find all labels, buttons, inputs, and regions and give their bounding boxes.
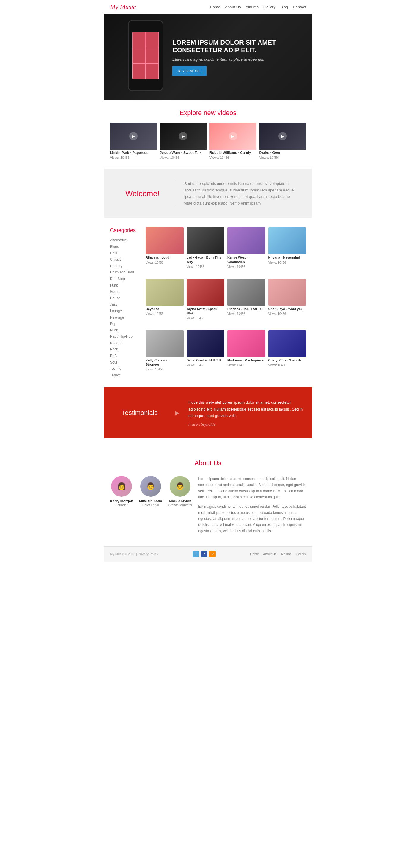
team-name-0: Kerry Morgan	[110, 499, 133, 503]
album-thumb-1	[187, 227, 225, 254]
nav-contact[interactable]: Contact	[293, 5, 306, 9]
footer-nav-gallery[interactable]: Gallery	[296, 552, 306, 556]
category-item[interactable]: House	[110, 295, 140, 302]
play-icon-0: ▶	[129, 132, 137, 140]
category-item[interactable]: Soul	[110, 360, 140, 366]
categories-list: Alternative Blues Chill Classic Country …	[110, 237, 140, 378]
album-card-3[interactable]: Nirvana - Nevermind Views: 10456	[268, 227, 306, 276]
album-views-8: Views: 10456	[146, 368, 163, 371]
avatar-1: 👨	[140, 476, 161, 497]
album-card-6[interactable]: Rihanna - Talk That Talk Views: 10456	[227, 279, 265, 327]
video-title-1: Jessie Ware - Sweet Talk	[160, 151, 207, 155]
team-member-2: 👨 Mark Aniston Growth Marketer	[168, 476, 192, 507]
album-title-0: Rihanna - Loud	[146, 255, 184, 259]
album-card-8[interactable]: Kelly Clarkson - Stronger Views: 10456	[146, 330, 184, 379]
album-title-6: Rihanna - Talk That Talk	[227, 307, 265, 311]
video-views-2: Views: 10456	[210, 156, 229, 159]
category-item[interactable]: Rock	[110, 346, 140, 353]
album-thumb-4	[146, 279, 184, 306]
category-item[interactable]: Trance	[110, 372, 140, 379]
album-title-2: Kanye West - Graduation	[227, 255, 265, 264]
footer-nav-about[interactable]: About Us	[263, 552, 276, 556]
album-card-2[interactable]: Kanye West - Graduation Views: 10456	[227, 227, 265, 276]
album-thumb-9	[187, 330, 225, 357]
nav-gallery[interactable]: Gallery	[263, 5, 276, 9]
album-views-4: Views: 10456	[146, 312, 163, 315]
welcome-title: Welcome!	[125, 189, 160, 198]
category-item[interactable]: Classic	[110, 256, 140, 263]
album-thumb-10	[227, 330, 265, 357]
album-thumb-0	[146, 227, 184, 254]
category-item[interactable]: Launge	[110, 308, 140, 314]
category-item[interactable]: New age	[110, 314, 140, 321]
navbar: My Music Home About Us Albums Gallery Bl…	[104, 0, 312, 14]
twitter-icon[interactable]: T	[193, 551, 199, 557]
about-content: 👩 Kerry Morgan Founder 👨 Mike Shinoda Ch…	[110, 476, 306, 538]
album-card-1[interactable]: Lady Gaga - Born This Way Views: 10456	[187, 227, 225, 276]
rss-icon[interactable]: R	[209, 551, 216, 557]
video-card-0[interactable]: ▶ Linkin Park - Papercut Views: 10456	[110, 123, 157, 160]
video-views-3: Views: 10456	[259, 156, 279, 159]
video-card-2[interactable]: ▶ Robbie Williams - Candy Views: 10456	[210, 123, 256, 160]
testimonials-quote: I love this web-site! Lorem ipsum dolor …	[188, 399, 303, 419]
album-card-10[interactable]: Madonna - Masterpiece Views: 10456	[227, 330, 265, 379]
album-card-9[interactable]: David Guetta - H.B.T.B. Views: 10456	[187, 330, 225, 379]
site-logo[interactable]: My Music	[110, 3, 136, 11]
album-views-3: Views: 10456	[268, 261, 286, 264]
category-item[interactable]: Rap / Hip-Hop	[110, 334, 140, 340]
category-item[interactable]: RnB	[110, 353, 140, 360]
album-card-5[interactable]: Taylor Swift - Speak Now Views: 10456	[187, 279, 225, 327]
album-views-10: Views: 10456	[227, 364, 245, 367]
footer-nav-albums[interactable]: Albums	[281, 552, 291, 556]
album-title-8: Kelly Clarkson - Stronger	[146, 358, 184, 367]
album-title-5: Taylor Swift - Speak Now	[187, 307, 225, 315]
category-item[interactable]: Drum and Bass	[110, 269, 140, 276]
hero-phone	[128, 20, 163, 91]
facebook-icon[interactable]: f	[201, 551, 207, 557]
team-name-2: Mark Aniston	[168, 499, 192, 503]
nav-blog[interactable]: Blog	[280, 5, 288, 9]
videos-title: Explore new videos	[104, 109, 312, 117]
album-thumb-2	[227, 227, 265, 254]
nav-albums[interactable]: Albums	[246, 5, 258, 9]
category-item[interactable]: Techno	[110, 366, 140, 372]
testimonials-author: Frank Reynolds	[188, 422, 303, 427]
video-title-3: Drake - Over	[259, 151, 306, 155]
phone-thumb-1	[133, 32, 145, 48]
video-title-2: Robbie Williams - Candy	[210, 151, 256, 155]
album-card-0[interactable]: Rihanna - Loud Views: 10456	[146, 227, 184, 276]
video-card-3[interactable]: ▶ Drake - Over Views: 10456	[259, 123, 306, 160]
hero-section: LOREM IPSUM DOLOR SIT AMET CONSECTETUR A…	[104, 14, 312, 100]
team-members: 👩 Kerry Morgan Founder 👨 Mike Shinoda Ch…	[110, 476, 192, 507]
videos-section: Explore new videos ▶ Linkin Park - Paper…	[104, 109, 312, 168]
play-icon-3: ▶	[279, 132, 287, 140]
category-item[interactable]: Reggae	[110, 340, 140, 347]
category-item[interactable]: Country	[110, 263, 140, 270]
category-item[interactable]: Chill	[110, 250, 140, 257]
album-card-4[interactable]: Beyonce Views: 10456	[146, 279, 184, 327]
video-card-1[interactable]: ▶ Jessie Ware - Sweet Talk Views: 10456	[160, 123, 207, 160]
category-item[interactable]: Jazz	[110, 302, 140, 308]
categories-sidebar: Categories Alternative Blues Chill Class…	[110, 227, 140, 378]
album-card-11[interactable]: Cheryl Cole - 3 words Views: 10456	[268, 330, 306, 379]
hero-text: LOREM IPSUM DOLOR SIT AMET CONSECTETUR A…	[172, 39, 306, 76]
category-item[interactable]: Alternative	[110, 237, 140, 244]
category-item[interactable]: Gothic	[110, 289, 140, 295]
footer-copyright: My Music © 2013 | Privacy Policy	[110, 552, 158, 556]
about-text-2: Elit magna, condimentum eu, euismod eu d…	[198, 503, 306, 534]
album-views-11: Views: 10456	[268, 364, 286, 367]
category-item[interactable]: Funk	[110, 282, 140, 289]
album-card-7[interactable]: Cher Lloyd - Want you Views: 10456	[268, 279, 306, 327]
nav-home[interactable]: Home	[210, 5, 220, 9]
category-item[interactable]: Pop	[110, 321, 140, 327]
nav-about[interactable]: About Us	[225, 5, 241, 9]
read-more-button[interactable]: READ MORE	[172, 66, 206, 75]
category-item[interactable]: Dub Step	[110, 276, 140, 282]
footer-nav-home[interactable]: Home	[250, 552, 259, 556]
testimonials-title: Testimonials	[113, 409, 166, 417]
testimonials-section: Testimonials ▶ I love this web-site! Lor…	[104, 387, 312, 438]
album-title-7: Cher Lloyd - Want you	[268, 307, 306, 311]
category-item[interactable]: Blues	[110, 244, 140, 250]
videos-grid: ▶ Linkin Park - Papercut Views: 10456 ▶ …	[104, 123, 312, 168]
category-item[interactable]: Punk	[110, 327, 140, 334]
